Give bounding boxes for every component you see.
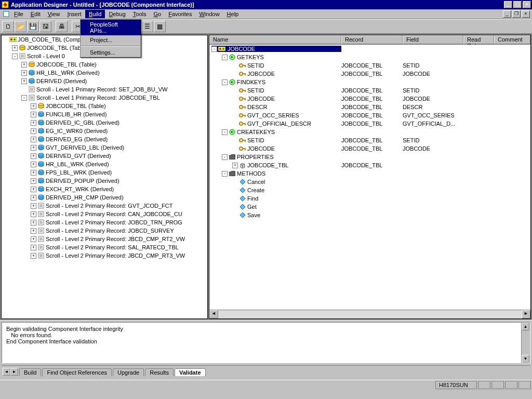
expand-icon[interactable]: + [31, 103, 36, 109]
tree-item[interactable]: +DERIVED_POPUP (Derived) [2, 177, 207, 185]
output-tab-build[interactable]: Build [19, 368, 41, 376]
output-tab-validate[interactable]: Validate [175, 368, 206, 376]
tree-item[interactable]: +Scroll - Level 2 Primary Record: JBCD_C… [2, 235, 207, 243]
menu-settings[interactable]: Settings... [81, 48, 141, 57]
tree-item[interactable]: +GVT_DERIVED_LBL (Derived) [2, 143, 207, 152]
doc-close-button[interactable]: × [522, 10, 530, 18]
ci-tree-body[interactable]: -JOBCODE-GETKEYSSETIDJOBCODE_TBLSETIDJOB… [209, 45, 530, 310]
collapse-icon[interactable]: - [222, 55, 228, 60]
col-name[interactable]: Name [209, 35, 341, 44]
tree-item[interactable]: +FPS_LBL_WRK (Derived) [2, 168, 207, 177]
ci-tree-item[interactable]: Get [209, 203, 530, 211]
menu-edit[interactable]: Edit [27, 10, 44, 18]
ci-tree-item[interactable]: GVT_OCC_SERIESJOBCODE_TBLGVT_OCC_SERIES [209, 111, 530, 119]
expand-icon[interactable]: + [31, 236, 36, 242]
tree-item[interactable]: +Scroll - Level 2 Primary Record: JOBCD_… [2, 218, 207, 227]
ci-tree-item[interactable]: -FINDKEYS [209, 78, 530, 86]
expand-icon[interactable]: + [12, 45, 18, 51]
tree-item[interactable]: +HR_LBL_WRK (Derived) [2, 69, 207, 77]
menu-file[interactable]: File [10, 10, 27, 18]
ci-tree-item[interactable]: Save [209, 211, 530, 219]
ci-tree-item[interactable]: +JOBCODE_TBLJOBCODE_TBL [209, 161, 530, 169]
expand-icon[interactable]: + [31, 228, 36, 234]
print-button[interactable]: 🖶 [56, 21, 68, 32]
ci-tree-item[interactable]: -GETKEYS [209, 53, 530, 61]
scroll-left-icon[interactable]: ◄ [209, 310, 218, 318]
component-tree-pane[interactable]: JOB_CODE_TBL (Component Interface)+JOBCO… [1, 35, 208, 319]
menu-window[interactable]: Window [195, 10, 223, 18]
tree-item[interactable]: +DERIVED_GVT (Derived) [2, 152, 207, 160]
tree-item[interactable]: +EG_IC_WRK0 (Derived) [2, 127, 207, 135]
collapse-icon[interactable]: - [222, 79, 228, 85]
tree-item[interactable]: +DERIVED (Derived) [2, 77, 207, 85]
scroll-up-icon[interactable]: ▲ [522, 323, 529, 330]
tree-item[interactable]: +Scroll - Level 2 Primary Record: SAL_RA… [2, 243, 207, 251]
col-comment[interactable]: Comment [494, 35, 530, 44]
output-tab-upgrade[interactable]: Upgrade [113, 368, 144, 376]
tree-item[interactable]: +DERIVED_IC_GBL (Derived) [2, 118, 207, 127]
expand-icon[interactable]: + [31, 162, 36, 167]
ci-tree-item[interactable]: JOBCODEJOBCODE_TBLJOBCODE [209, 70, 530, 78]
menu-tools[interactable]: Tools [129, 10, 150, 18]
col-field[interactable]: Field [403, 35, 463, 44]
expand-icon[interactable]: + [21, 62, 27, 68]
expand-icon[interactable]: + [31, 178, 36, 184]
expand-icon[interactable]: + [31, 187, 36, 192]
tree-item[interactable]: +Scroll - Level 2 Primary Record: JOBCD_… [2, 227, 207, 235]
save-all-button[interactable]: 🖫 [39, 21, 51, 32]
maximize-button[interactable]: ▢ [513, 1, 522, 8]
expand-icon[interactable]: + [31, 170, 36, 176]
ci-tree-item[interactable]: SETIDJOBCODE_TBLSETID [209, 136, 530, 144]
col-readonly[interactable]: Read Only [463, 35, 494, 44]
menu-favorites[interactable]: Favorites [165, 10, 195, 18]
collapse-icon[interactable]: - [12, 54, 18, 59]
col-record[interactable]: Record [341, 35, 403, 44]
menu-peoplesoft-apis[interactable]: PeopleSoft APIs... [81, 20, 141, 35]
menu-go[interactable]: Go [150, 10, 165, 18]
tree-item[interactable]: +HR_LBL_WRK (Derived) [2, 160, 207, 168]
tree-item[interactable]: +Scroll - Level 2 Primary Record: GVT_JC… [2, 202, 207, 210]
doc-minimize-button[interactable]: _ [503, 10, 511, 18]
open-button[interactable]: 📂 [15, 21, 26, 32]
doc-restore-button[interactable]: ❐ [512, 10, 521, 18]
ci-tree-item[interactable]: -METHODS [209, 169, 530, 178]
expand-icon[interactable]: + [232, 163, 238, 168]
tree-item[interactable]: +FUNCLIB_HR (Derived) [2, 110, 207, 118]
output-text-area[interactable]: Begin validating Component Interface int… [2, 322, 530, 363]
menu-insert[interactable]: Insert [63, 10, 85, 18]
tree-item[interactable]: +Scroll - Level 2 Primary Record: JBCD_C… [2, 251, 207, 260]
menu-view[interactable]: View [44, 10, 64, 18]
tab-scroll-left[interactable]: ◄ [3, 368, 10, 376]
tree-item[interactable]: +DERIVED_HR_CMP (Derived) [2, 193, 207, 202]
expand-icon[interactable]: + [31, 195, 36, 201]
ci-tree-item[interactable]: Find [209, 194, 530, 203]
tree-item[interactable]: +DERIVED_EG (Derived) [2, 135, 207, 143]
expand-icon[interactable]: + [31, 253, 36, 259]
ci-tree-item[interactable]: JOBCODEJOBCODE_TBLJOBCODE [209, 95, 530, 103]
menu-build[interactable]: Build [85, 10, 105, 18]
menu-project[interactable]: Project... [81, 35, 141, 45]
expand-icon[interactable]: + [31, 245, 36, 250]
output-tab-find-object-references[interactable]: Find Object References [42, 368, 112, 376]
scroll-right-icon[interactable]: ► [522, 310, 530, 318]
tab-scroll-right[interactable]: ► [10, 368, 18, 376]
vertical-scrollbar[interactable]: ▲ ▼ [521, 323, 530, 363]
scroll-down-icon[interactable]: ▼ [522, 355, 529, 363]
ci-tree-item[interactable]: -CREATEKEYS [209, 128, 530, 136]
collapse-icon[interactable]: - [21, 95, 27, 101]
ci-tree-item[interactable]: SETIDJOBCODE_TBLSETID [209, 86, 530, 95]
tree-item[interactable]: +EXCH_RT_WRK (Derived) [2, 185, 207, 193]
expand-icon[interactable]: + [31, 128, 36, 134]
tool-button[interactable]: ▦ [154, 21, 166, 32]
tree-item[interactable]: Scroll - Level 1 Primary Record: SET_JOB… [2, 85, 207, 94]
expand-icon[interactable]: + [31, 211, 36, 217]
output-tab-results[interactable]: Results [145, 368, 174, 376]
tree-item[interactable]: +JOBCODE_TBL (Table) [2, 102, 207, 110]
ci-tree-item[interactable]: SETIDJOBCODE_TBLSETID [209, 61, 530, 70]
ci-tree-item[interactable]: GVT_OFFICIAL_DESCRJOBCODE_TBLGVT_OFFICIA… [209, 119, 530, 128]
collapse-icon[interactable]: - [211, 46, 217, 52]
save-button[interactable]: 💾 [27, 21, 39, 32]
new-button[interactable]: 🗋 [2, 21, 14, 32]
menu-debug[interactable]: Debug [105, 10, 129, 18]
ci-tree-item[interactable]: Cancel [209, 178, 530, 186]
